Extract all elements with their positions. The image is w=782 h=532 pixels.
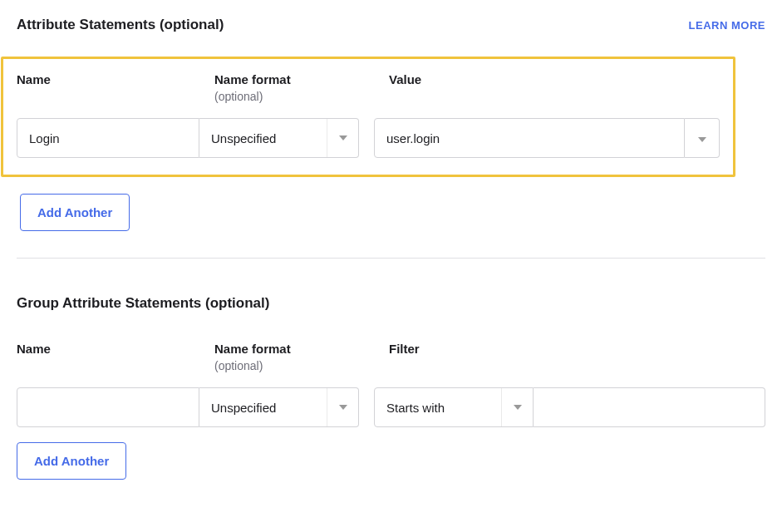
chevron-down-icon [501,388,533,426]
attribute-header-value: Value [389,72,720,86]
attribute-name-format-select[interactable]: Unspecified [199,118,359,158]
group-add-another-button[interactable]: Add Another [17,442,126,480]
group-header-format: Name format [214,342,374,356]
attribute-section-title: Attribute Statements (optional) [17,17,224,33]
group-header-filter: Filter [389,342,765,356]
group-section: Group Attribute Statements (optional) Na… [17,295,765,480]
attribute-header-value-col: Value [389,72,720,103]
group-filter-group: Starts with [374,387,765,427]
group-section-title: Group Attribute Statements (optional) [17,295,765,312]
chevron-down-icon [698,131,706,145]
attribute-name-input[interactable] [17,118,199,158]
group-header-name-col: Name [17,342,199,372]
attribute-value-dropdown-button[interactable] [685,118,720,158]
group-filter-value-input[interactable] [534,387,765,427]
chevron-down-icon [327,119,358,157]
attribute-header-format: Name format [214,72,374,86]
attribute-value-input[interactable] [374,118,685,158]
attribute-header-name: Name [17,72,199,86]
group-header-filter-col: Filter [389,342,765,372]
group-header-name: Name [17,342,199,356]
group-name-format-text: Unspecified [199,401,327,415]
attribute-section-header: Attribute Statements (optional) LEARN MO… [17,17,765,33]
group-name-input[interactable] [17,387,199,427]
group-name-format-select[interactable]: Unspecified [199,387,359,427]
attribute-row: Unspecified [17,118,720,158]
attribute-name-format-group: Unspecified [17,118,359,158]
learn-more-link[interactable]: LEARN MORE [689,19,765,32]
group-header-format-col: Name format (optional) [214,342,374,372]
group-row: Unspecified Starts with [17,387,765,427]
group-name-format-group: Unspecified [17,387,359,427]
section-divider [17,258,765,259]
attribute-highlight-box: Name Name format (optional) Value Unspec… [1,57,735,177]
group-headers-row: Name Name format (optional) Filter [17,342,765,372]
group-filter-type-text: Starts with [375,401,501,415]
group-filter-type-select[interactable]: Starts with [374,387,534,427]
group-header-format-sub: (optional) [214,359,374,372]
attribute-headers-row: Name Name format (optional) Value [17,72,720,103]
attribute-header-format-sub: (optional) [214,90,374,103]
chevron-down-icon [327,388,358,426]
attribute-header-format-col: Name format (optional) [214,72,374,103]
attribute-header-name-col: Name [17,72,199,103]
attribute-name-format-text: Unspecified [199,131,327,145]
attribute-value-group [374,118,720,158]
attribute-add-another-button[interactable]: Add Another [20,194,130,231]
